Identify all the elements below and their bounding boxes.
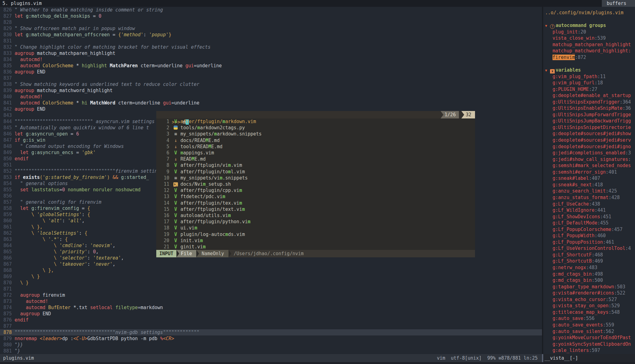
code-line[interactable]: 829" Show offscreen match pair in popup …: [0, 25, 542, 32]
code-line[interactable]: 870 \ }: [0, 280, 542, 286]
vista-tag-item[interactable]: g:semshi#mark_selected_nodes: [543, 162, 635, 169]
vista-tag-item[interactable]: g:Lf_ShortcutB:469: [543, 258, 635, 264]
vista-tag-item[interactable]: g:tagbar_type_markdown:503: [543, 284, 635, 290]
code-line[interactable]: 876endif: [0, 317, 542, 323]
vista-group-header[interactable]: ▼xvariables: [543, 67, 635, 73]
code-line[interactable]: 835 autocmd ColorScheme * highlight Matc…: [0, 63, 542, 69]
code-line[interactable]: 833augroup matchup_matchparen_highlight: [0, 50, 542, 56]
file-list-item[interactable]: 12Vafter/ftplugin/cpp.vim: [156, 187, 475, 193]
code-line[interactable]: 869 \ }: [0, 273, 542, 280]
vista-tag-item[interactable]: g:auto_save:556: [543, 315, 635, 322]
vista-tag-item[interactable]: g:UltiSnipsExpandTrigger:364: [543, 99, 635, 105]
vista-tag-item[interactable]: firenvim:872: [543, 54, 635, 61]
vista-tag-item[interactable]: g:deoplete#sources#jedi#igno: [543, 144, 635, 150]
code-line[interactable]: 874 autocmd BufEnter *.txt setlocal file…: [0, 304, 542, 311]
vista-tag-item[interactable]: g:titlecase_map_keys:548: [543, 309, 635, 316]
vista-tag-item[interactable]: g:jedi#show_call_signatures:: [543, 156, 635, 163]
file-list-item[interactable]: 4↓docs/README.md: [156, 137, 475, 144]
file-list-item[interactable]: 2tools/markdown2ctags.py: [156, 125, 475, 131]
vista-tag-item[interactable]: g:Lf_UseCache:438: [543, 201, 635, 207]
vista-tag-item[interactable]: g:md_ctags_bin:498: [543, 271, 635, 277]
vista-tag-item[interactable]: g:vista_stay_on_open:529: [543, 303, 635, 309]
vista-tag-item[interactable]: g:UltiSnipsSnippetDirectorie: [543, 124, 635, 131]
tab-buffers[interactable]: buffers: [602, 0, 635, 7]
vista-tag-item[interactable]: g:netrw_nogx:483: [543, 264, 635, 271]
file-list-item[interactable]: 20Vinit.vim: [156, 237, 475, 244]
vista-tag-item[interactable]: g:Lf_PopupPosition:461: [543, 239, 635, 246]
vista-tag-item[interactable]: g:vista#renderer#icons:522: [543, 290, 635, 296]
vista-tag-item[interactable]: g:Lf_ShortcutF:468: [543, 252, 635, 258]
code-line[interactable]: 867 \ 'takeover': 'never',: [0, 261, 542, 267]
code-line[interactable]: 832" Change highlight color of matching …: [0, 44, 542, 50]
vista-tag-item[interactable]: g:vim_plug_furl:18: [543, 80, 635, 86]
file-list-item[interactable]: 16Vautoload/utils.vim: [156, 212, 475, 219]
vista-tag-item[interactable]: g:vista_echo_cursor:527: [543, 296, 635, 303]
vista-tag-item[interactable]: g:deoplete#sources#jedi#show: [543, 131, 635, 137]
file-list-item[interactable]: 6Vmappings.vim: [156, 150, 475, 156]
vista-tag-item[interactable]: g:Lf_ShowDevIcons:451: [543, 214, 635, 220]
code-line[interactable]: 837: [0, 75, 542, 81]
vista-tag-item[interactable]: g:anzu_status_format:428: [543, 194, 635, 201]
vista-group-header[interactable]: ▼?autocommand groups: [543, 22, 635, 29]
vista-tag-item[interactable]: g:sneak#label:407: [543, 175, 635, 182]
vista-tag-item[interactable]: g:UltiSnipsJumpForwardTrigge: [543, 112, 635, 118]
code-line[interactable]: 881"}: [0, 348, 542, 354]
code-line[interactable]: 838" Show matching keyword as underlined…: [0, 81, 542, 87]
code-line[interactable]: 827let g:matchup_delim_noskips = 0: [0, 13, 542, 19]
vista-tag-item[interactable]: g:auto_save_silent:562: [543, 328, 635, 335]
code-line[interactable]: 873 autocmd!: [0, 298, 542, 304]
code-line[interactable]: 826" Whether to enable matching inside c…: [0, 7, 542, 13]
file-list-item[interactable]: 19Vplugin/log-autocmds.vim: [156, 231, 475, 237]
code-line[interactable]: 828: [0, 19, 542, 25]
code-line[interactable]: 880"}}: [0, 342, 542, 348]
code-line[interactable]: 868 \ },: [0, 267, 542, 273]
vista-tag-item[interactable]: g:semshi#error_sign:401: [543, 169, 635, 175]
vista-tag-item[interactable]: g:PLUGIN_HOME:27: [543, 86, 635, 93]
code-line[interactable]: 877: [0, 323, 542, 329]
file-list-item[interactable]: 17Vafter/ftplugin/python.vim: [156, 219, 475, 225]
vista-tag-item[interactable]: g:ale_linters:597: [543, 347, 635, 354]
code-line[interactable]: 839augroup matchup_matchword_highlight: [0, 87, 542, 94]
vista-tag-item[interactable]: g:md_ctags_bin:500: [543, 277, 635, 284]
code-line-cursor[interactable]: 878""""""""""""""""""""""""""""""""""""n…: [0, 329, 542, 335]
vista-tag-item[interactable]: g:yoinkMoveCursorToEndOfPast: [543, 335, 635, 341]
vista-tag-item[interactable]: g:Lf_DefaultMode:455: [543, 220, 635, 226]
file-list-item[interactable]: 14Vafter/ftplugin/tex.vim: [156, 200, 475, 206]
vista-tag-item[interactable]: g:Lf_UseVersionControlTool:4: [543, 245, 635, 252]
vista-tag-item[interactable]: vista_close_win:539: [543, 35, 635, 42]
vista-tag-item[interactable]: g:jedi#completions_enabled:3: [543, 150, 635, 156]
vista-tag-item[interactable]: g:Lf_PopupColorscheme:457: [543, 226, 635, 233]
vista-tag-item[interactable]: g:UltiSnipsJumpBackwardTrigg: [543, 118, 635, 124]
leaderf-input-bar[interactable]: >>> m 1/26 32: [156, 111, 475, 118]
tab-current-buffer[interactable]: 5. plugins.vim: [2, 0, 42, 7]
file-list-item[interactable]: 1Vafter/ftplugin/markdown.vim: [156, 118, 475, 125]
file-list-item[interactable]: 9Vafter/ftplugin/toml.vim: [156, 169, 475, 175]
vista-tag-item[interactable]: g:deoplete#enable_at_startup: [543, 92, 635, 99]
vista-tag-item[interactable]: matchup_matchparen_highlight: [543, 42, 635, 48]
vista-tag-item[interactable]: g:vim_plug_fpath:11: [543, 73, 635, 80]
code-line[interactable]: 875 augroup END: [0, 311, 542, 317]
vista-tag-item[interactable]: g:auto_save_events:559: [543, 322, 635, 328]
file-list-item[interactable]: 18Vui.vim: [156, 225, 475, 231]
vista-tag-item[interactable]: g:Lf_WildIgnore:441: [543, 207, 635, 214]
vista-tag-item[interactable]: g:yoinkSyncSystemClipboardOn: [543, 341, 635, 348]
file-list-item[interactable]: 7↓README.md: [156, 156, 475, 162]
code-line[interactable]: 879nnoremap <leader>dp :<C-U>GdbStartPDB…: [0, 335, 542, 342]
file-list-item[interactable]: 13Vftdetect/pdc.vim: [156, 193, 475, 200]
file-list-item[interactable]: 11>_docs/Nvim_setup.sh: [156, 181, 475, 187]
vista-tag-item[interactable]: g:Lf_PopupWidth:460: [543, 233, 635, 239]
vista-tag-item[interactable]: plug_init:20: [543, 29, 635, 35]
vista-tag-item[interactable]: g:deoplete#sources#jedi#serv: [543, 137, 635, 144]
file-list-item[interactable]: 5↓tools/README.md: [156, 144, 475, 150]
vista-tag-item[interactable]: g:anzu_search_limit:425: [543, 188, 635, 194]
code-line[interactable]: 841 autocmd ColorScheme * hi MatchWord c…: [0, 100, 542, 106]
code-line[interactable]: 831: [0, 38, 542, 44]
code-line[interactable]: 871: [0, 286, 542, 292]
vista-tag-item[interactable]: g:UltiSnipsEnableSnipMate:36: [543, 105, 635, 112]
code-line[interactable]: 834 autocmd!: [0, 56, 542, 63]
vista-tag-item[interactable]: matchup_matchword_highlight:: [543, 48, 635, 54]
code-line[interactable]: 830let g:matchup_matchparen_offscreen = …: [0, 32, 542, 38]
code-line[interactable]: 836augroup END: [0, 69, 542, 75]
file-list-item[interactable]: 15Vafter/ftplugin/text.vim: [156, 206, 475, 212]
file-list-item[interactable]: 8Vafter/ftplugin/vim.vim: [156, 162, 475, 168]
